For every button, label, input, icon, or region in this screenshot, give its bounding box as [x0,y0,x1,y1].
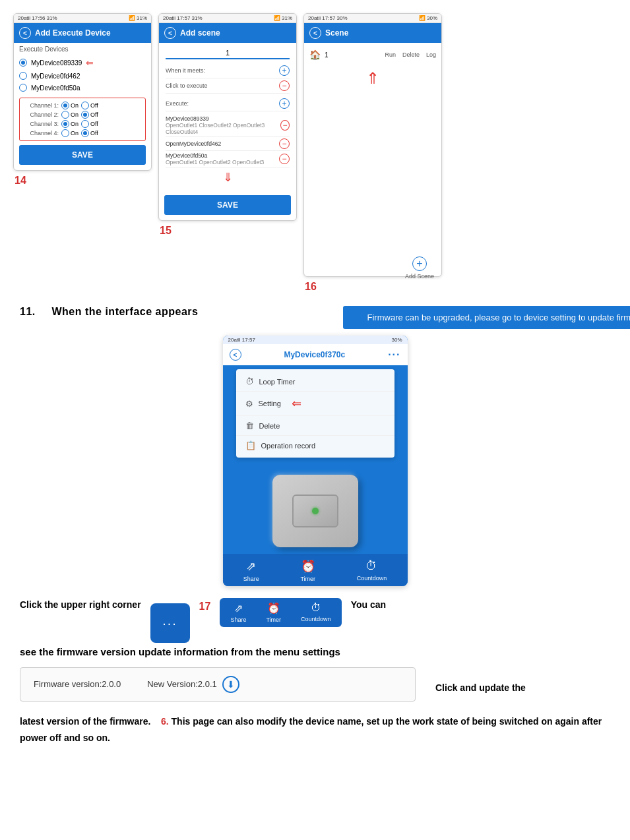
status-right-16: 📶 30% [419,15,437,21]
when-it-meets-add[interactable]: + [279,65,290,76]
exec-sub-0: OpenOutlet1 CloseOutlet2 OpenOutlet3 Clo… [166,122,280,135]
firmware-version-box: Firmware version:2.0.0 New Version:2.0.1… [20,667,416,702]
step11-left: 11. When the interface appears [20,306,198,322]
countdown-icon-ref: ⏱ [311,602,321,614]
operation-record-icon: 📋 [245,440,256,450]
save-btn-15[interactable]: SAVE [164,195,291,215]
log-btn[interactable]: Log [426,51,436,58]
countdown-icon: ⏱ [365,559,377,573]
down-arrow-15: ⇓ [166,167,290,187]
three-dots-btn[interactable]: ··· [388,349,400,361]
click-to-execute-row: Click to execute − [166,78,290,94]
device-item-2[interactable]: MyDevice0fd50a [19,82,146,94]
ch2-on[interactable] [61,111,69,119]
bottom-section: Click the upper right corner ··· 17 ⇗ Sh… [0,586,630,746]
exec-main-1: OpenMyDevice0fd462 [166,140,221,147]
timer-icon-ref: ⏰ [267,602,280,615]
menu-item-setting[interactable]: ⚙ Setting ⇐ [236,392,394,416]
ch3-off[interactable] [81,120,89,128]
back-btn-17[interactable]: < [230,349,241,361]
phone-header-15: < Add scene [159,23,296,43]
exec-remove-0[interactable]: − [280,120,290,131]
delete-btn[interactable]: Delete [402,51,420,58]
step11-main: When the interface appears [51,306,198,317]
device-name-0: MyDevice089339 [31,59,82,67]
ch4-off[interactable] [81,129,89,137]
menu-item-delete[interactable]: 🗑 Delete [236,416,394,436]
device-name-2: MyDevice0fd50a [31,84,80,92]
you-can-text: You can [351,597,386,613]
run-btn[interactable]: Run [385,51,396,58]
radio-2[interactable] [19,84,27,92]
back-btn-16[interactable]: < [309,27,321,39]
ch3-on[interactable] [61,120,69,128]
execute-item-1: OpenMyDevice0fd462 − [166,137,290,151]
scene-name-input[interactable] [166,47,290,59]
share-btn[interactable]: ⇗ Share [243,559,259,582]
back-btn-14[interactable]: < [19,27,31,39]
step17-label: 17 [199,601,211,613]
share-ref: ⇗ Share [230,602,246,623]
device-item-1[interactable]: MyDevice0fd462 [19,70,146,82]
add-scene-label: Add Scene [405,273,434,277]
scene-item-row: 🏠 1 Run Delete Log [309,47,436,63]
back-btn-15[interactable]: < [164,27,176,39]
ch1-off[interactable] [81,102,89,109]
menu-overlay: ⏱ Loop Timer ⚙ Setting ⇐ 🗑 Delete 📋 [236,369,394,458]
exec-sub-2: OpenOutlet1 OpenOutlet2 OpenOutlet3 [166,159,264,165]
status-bar-15: 20atll 17:57 31% 📶 31% [159,14,296,23]
click-update-text: Click and update the [435,682,526,693]
ch1-on[interactable] [61,102,69,109]
operation-record-label: Operation record [261,442,316,450]
switch-device [272,475,358,547]
channel-row-2: Channel 2: On Off [22,110,142,119]
step-label-15: 15 [160,225,172,237]
scene-body-16: 🏠 1 Run Delete Log ⇑ [304,43,441,98]
phone-header-16: < Scene [304,23,441,43]
radio-1[interactable] [19,72,27,80]
download-icon[interactable]: ⬇ [222,676,239,693]
exec-remove-1[interactable]: − [279,138,290,149]
share-label-ref: Share [230,616,246,623]
note6-number: 6. [161,716,169,727]
exec-main-0: MyDevice089339 [166,115,280,122]
phone-17: 20atll 17:57 30% < MyDevice0f370c ··· ⏱ … [223,336,408,586]
timer-btn[interactable]: ⏰ Timer [300,559,315,582]
ch1-label: Channel 1: [22,102,59,109]
phone-header-14: < Add Execute Device [14,23,151,43]
menu-item-operation-record[interactable]: 📋 Operation record [236,436,394,455]
add-scene-plus[interactable]: + [412,256,427,271]
countdown-btn[interactable]: ⏱ Countdown [357,559,387,582]
dots-btn-box[interactable]: ··· [150,603,190,643]
scene-item-name: 1 [325,51,329,59]
status-right-15: 📶 31% [274,15,292,21]
menu-area: ⏱ Loop Timer ⚙ Setting ⇐ 🗑 Delete 📋 [223,365,408,462]
step11-right: Firmware can be upgraded, please go to d… [211,306,630,336]
status-left-14: 20atll 17:56 31% [18,15,57,21]
step-label-14: 14 [15,175,26,187]
exec-remove-2[interactable]: − [279,154,290,164]
ch4-on[interactable] [61,129,69,137]
click-to-execute-remove[interactable]: − [279,80,290,91]
execute-add[interactable]: + [279,98,290,109]
latest-firmware-text: latest version of the firmware. [20,716,150,727]
ch4-label: Channel 4: [22,130,59,136]
see-text: see the firmware version update informat… [20,643,610,662]
status-left-16: 20atll 17:57 30% [308,15,348,21]
step11-text: 11. When the interface appears [20,306,198,318]
timer-label: Timer [300,576,315,582]
ch2-off[interactable] [81,111,89,119]
firmware-banner: Firmware can be upgraded, please go to d… [343,306,630,329]
save-btn-14[interactable]: SAVE [19,145,146,165]
exec-main-2: MyDevice0fd50a [166,152,264,159]
switch-button[interactable] [292,495,338,527]
radio-0[interactable] [19,59,27,67]
footer-icons-ref: ⇗ Share ⏰ Timer ⏱ Countdown [220,598,341,627]
step11-row: 11. When the interface appears Firmware … [20,306,610,336]
device-item-0[interactable]: MyDevice089339 ⇐ [19,55,146,70]
phone-15-screen: 20atll 17:57 31% 📶 31% < Add scene When … [158,13,297,221]
status-bar-17: 20atll 17:57 30% [223,336,408,344]
execute-label: Execute: [166,100,189,107]
menu-item-loop-timer[interactable]: ⏱ Loop Timer [236,372,394,392]
step11-number: 11. [20,306,36,317]
